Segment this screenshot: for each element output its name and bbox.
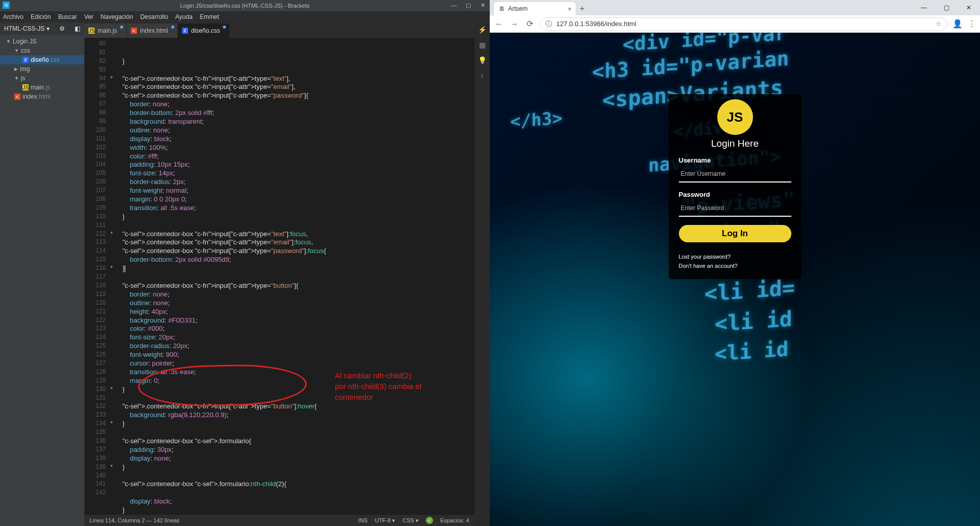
modified-dot-icon — [171, 26, 174, 29]
maximize-button[interactable]: ▢ — [461, 0, 475, 10]
password-label: Password — [679, 191, 791, 198]
back-button[interactable]: ← — [494, 19, 504, 29]
editor-tabs: JSmain.js <index.html #diseño.css — [84, 22, 474, 38]
modified-dot-icon — [223, 26, 226, 29]
browser-tab[interactable]: 🗎 Artsem × — [494, 2, 576, 15]
insert-mode[interactable]: INS — [358, 517, 368, 523]
folder-css[interactable]: ▼css — [0, 46, 84, 55]
tab-title: Artsem — [508, 5, 528, 12]
live-preview-icon[interactable]: ⚡ — [478, 26, 487, 34]
annotation-text: Al cambiar nth-child(2)por nth-child(3) … — [335, 370, 421, 402]
login-title: Login Here — [669, 138, 802, 149]
login-button[interactable]: Log In — [679, 225, 791, 242]
tab-main-js[interactable]: JSmain.js — [84, 24, 127, 38]
menu-buscar[interactable]: Buscar — [58, 13, 77, 20]
new-tab-button[interactable]: + — [576, 2, 589, 15]
site-info-icon[interactable]: ⓘ — [545, 19, 552, 29]
right-toolbar: ⚡ ▦ 💡 ♀ — [474, 22, 490, 526]
menu-desarrollo[interactable]: Desarrollo — [140, 13, 168, 20]
no-account-link[interactable]: Don't have an account? — [679, 263, 791, 269]
window-title: Login JS/css/diseño.css (HTML-CSS-JS) - … — [180, 3, 309, 9]
js-logo-icon: JS — [717, 99, 753, 135]
bulb-icon[interactable]: ♀ — [480, 72, 485, 80]
address-bar[interactable]: ⓘ 127.0.0.1:53966/index.html ☆ — [540, 17, 947, 31]
reload-button[interactable]: ⟳ — [525, 19, 535, 29]
indent-setting[interactable]: Espacios: 4 — [440, 517, 469, 523]
main-menu: Archivo Edición Buscar Ver Navegación De… — [0, 11, 490, 22]
menu-ver[interactable]: Ver — [84, 13, 94, 20]
lint-ok-icon[interactable]: ✓ — [426, 517, 433, 524]
profile-icon[interactable]: 👤 — [952, 19, 963, 29]
chrome-minimize[interactable]: — — [913, 0, 935, 15]
folder-root[interactable]: ▼Login JS — [0, 37, 84, 46]
username-label: Username — [679, 156, 791, 164]
language-mode[interactable]: CSS ▾ — [402, 517, 419, 524]
encoding[interactable]: UTF-8 ▾ — [375, 517, 395, 524]
chrome-maximize[interactable]: ▢ — [935, 0, 958, 15]
url-text: 127.0.0.1:53966/index.html — [556, 20, 636, 28]
cursor-position: Línea 114, Columna 2 — 142 líneas — [89, 517, 179, 523]
lost-password-link[interactable]: Lost your password? — [679, 254, 791, 260]
folder-js[interactable]: ▼js — [0, 74, 84, 83]
file-tree: ▼Login JS ▼css #diseño.css ▶img ▼js JSma… — [0, 35, 84, 103]
light-icon[interactable]: 💡 — [478, 56, 487, 64]
folder-img[interactable]: ▶img — [0, 64, 84, 74]
brackets-app-icon: ⧉ — [2, 1, 10, 9]
page-viewport: <div id="p-var<h3 id="p-varian<span>Vari… — [490, 33, 980, 526]
password-input[interactable] — [679, 200, 791, 217]
gear-icon[interactable]: ⚙ — [59, 25, 65, 32]
tab-index-html[interactable]: <index.html — [127, 24, 178, 38]
modified-dot-icon — [120, 26, 123, 29]
bookmark-star-icon[interactable]: ☆ — [936, 20, 942, 28]
project-selector[interactable]: HTML-CSS-JS ▾ ⚙ ◧ — [0, 22, 84, 35]
page-favicon-icon: 🗎 — [499, 5, 505, 12]
chrome-close[interactable]: ✕ — [958, 0, 980, 15]
menu-edicion[interactable]: Edición — [31, 13, 51, 20]
tab-close-icon[interactable]: × — [567, 5, 572, 13]
split-icon[interactable]: ◧ — [75, 25, 80, 32]
file-diseno-css[interactable]: #diseño.css — [0, 55, 84, 64]
chrome-browser: 🗎 Artsem × + — ▢ ✕ ← → ⟳ ⓘ 127.0.0.1:539… — [490, 0, 980, 526]
menu-navegacion[interactable]: Navegación — [101, 13, 133, 20]
file-index-html[interactable]: <index.html — [0, 92, 84, 101]
file-main-js[interactable]: JSmain.js — [0, 83, 84, 92]
login-box: JS Login Here Username Password Log In L… — [669, 94, 802, 279]
extensions-icon[interactable]: ▦ — [479, 41, 486, 49]
username-input[interactable] — [679, 166, 791, 182]
minimize-button[interactable]: — — [447, 0, 461, 10]
brackets-titlebar: ⧉ Login JS/css/diseño.css (HTML-CSS-JS) … — [0, 0, 490, 11]
brackets-editor: ⧉ Login JS/css/diseño.css (HTML-CSS-JS) … — [0, 0, 490, 526]
code-editor[interactable]: 9091929394▾95969798991001011021031041051… — [84, 38, 474, 515]
menu-ayuda[interactable]: Ayuda — [175, 13, 193, 20]
close-button[interactable]: ✕ — [475, 0, 490, 10]
tab-diseno-css[interactable]: #diseño.css — [178, 24, 230, 38]
menu-archivo[interactable]: Archivo — [3, 13, 24, 20]
chrome-toolbar: ← → ⟳ ⓘ 127.0.0.1:53966/index.html ☆ 👤 ⋮ — [490, 15, 980, 33]
chrome-tabstrip: 🗎 Artsem × + — ▢ ✕ — [490, 0, 980, 15]
sidebar: HTML-CSS-JS ▾ ⚙ ◧ ▼Login JS ▼css #diseño… — [0, 22, 84, 526]
menu-icon[interactable]: ⋮ — [968, 19, 976, 29]
forward-button[interactable]: → — [509, 19, 519, 29]
status-bar: Línea 114, Columna 2 — 142 líneas INS UT… — [84, 515, 474, 526]
menu-emmet[interactable]: Emmet — [200, 13, 219, 20]
